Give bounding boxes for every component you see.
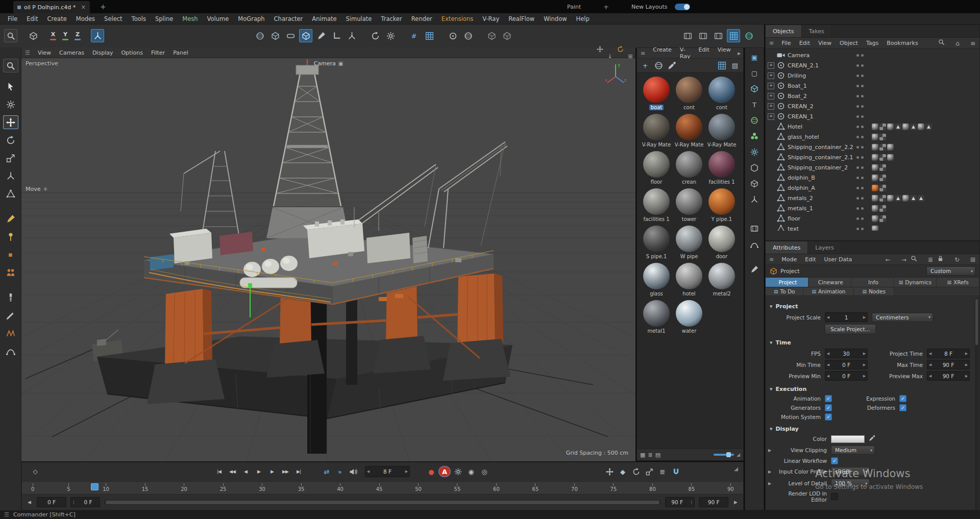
dolly-view-icon[interactable]: ↓ — [605, 46, 615, 60]
attribute-tab[interactable]: ▤ Nodes — [854, 287, 894, 295]
viewport-menu-item[interactable]: Filter — [147, 50, 169, 56]
primitive-cube-button[interactable] — [299, 29, 312, 42]
menu-item[interactable]: Tools — [127, 15, 151, 22]
object-row[interactable]: + Shipping_container_2.2 — [766, 142, 979, 152]
goto-end-button[interactable]: ▶| — [292, 466, 305, 477]
material-item[interactable]: S pipe.1 — [640, 226, 673, 259]
material-preview-sphere[interactable] — [708, 77, 735, 103]
goto-start-button[interactable]: |◀ — [213, 466, 225, 477]
record-scale-button[interactable]: ◆ — [617, 466, 629, 477]
material-item[interactable]: door — [705, 226, 738, 259]
menu-item[interactable]: Help — [572, 15, 594, 22]
visibility-dots[interactable] — [856, 75, 864, 77]
object-row[interactable]: + Boat_2 — [766, 91, 979, 101]
render-picture-viewer-button[interactable] — [268, 29, 282, 42]
object-row[interactable]: + dolphin_B — [766, 172, 979, 183]
timeline-scroll-handle[interactable] — [106, 501, 659, 504]
spline-smooth-tool[interactable] — [3, 344, 18, 358]
history-back-icon[interactable]: ← — [879, 255, 891, 263]
eyedropper-icon[interactable] — [869, 435, 875, 443]
orbit-view-icon[interactable] — [615, 46, 625, 60]
visibility-dots[interactable] — [856, 95, 864, 97]
menu-item[interactable]: Extensions — [437, 15, 478, 22]
visibility-dots[interactable] — [856, 187, 864, 189]
view-layout-3-button[interactable] — [712, 29, 725, 42]
object-row[interactable]: + CREAN_2.1 — [766, 60, 979, 70]
coordinates-button[interactable] — [345, 29, 358, 42]
time-field[interactable]: ◀8 F▶ — [927, 349, 970, 358]
material-preview-sphere[interactable] — [676, 300, 702, 327]
panel-tab[interactable]: Layers — [808, 241, 841, 254]
material-item[interactable]: floor — [640, 151, 673, 185]
keyframe-settings-button[interactable] — [452, 466, 464, 477]
material-item[interactable]: V-Ray Mate — [640, 114, 673, 147]
tag-chip[interactable] — [872, 226, 878, 231]
tag-chip[interactable] — [887, 144, 894, 151]
menu-item[interactable]: Select — [100, 15, 127, 22]
object-row[interactable]: + metals_2 — [766, 193, 979, 203]
tag-chip[interactable] — [879, 195, 886, 202]
tag-chip[interactable] — [879, 185, 886, 191]
menu-item[interactable]: Render — [407, 15, 437, 22]
make-editable-button[interactable] — [485, 29, 498, 42]
tag-chip[interactable] — [872, 123, 878, 130]
tag-chips[interactable] — [872, 195, 925, 202]
material-item[interactable]: cont — [673, 77, 705, 110]
object-menu-item[interactable]: Bookmarks — [883, 40, 922, 46]
preview-size-slider[interactable] — [714, 454, 734, 456]
tag-chip[interactable] — [872, 134, 878, 140]
expand-icon[interactable]: + — [768, 83, 774, 89]
object-row[interactable]: + Camera — [766, 50, 979, 60]
expand-icon[interactable]: + — [768, 93, 774, 100]
visibility-dots[interactable] — [856, 64, 864, 67]
viewport-menu-item[interactable]: Options — [117, 50, 146, 56]
tag-chip[interactable] — [879, 123, 886, 130]
range-end-field[interactable]: 90 F — [699, 497, 728, 507]
rotate-tool[interactable] — [3, 133, 18, 147]
display-color-swatch[interactable] — [831, 435, 865, 443]
timeline-ruler[interactable]: 051015202530354045505560657075808590 — [22, 481, 743, 495]
record-keyframe-button[interactable]: ● — [425, 466, 437, 477]
object-menu-item[interactable]: Edit — [795, 40, 814, 46]
project-scale-field[interactable]: ◀1▶ — [825, 312, 868, 322]
preview-start-field[interactable]: |0 F — [70, 497, 100, 507]
material-preview-sphere[interactable] — [643, 226, 670, 252]
search-icon[interactable] — [938, 39, 945, 47]
pan-view-icon[interactable] — [595, 46, 605, 60]
zoom-tool-button[interactable] — [4, 29, 17, 42]
new-material-button[interactable]: + — [640, 60, 650, 70]
level-of-detail-dropdown[interactable]: 100 % — [831, 479, 870, 488]
material-preview-sphere[interactable] — [708, 151, 735, 178]
material-item[interactable]: crean — [673, 151, 705, 185]
section-header[interactable]: Display — [770, 426, 979, 432]
attribute-menu-item[interactable]: User Data — [820, 256, 856, 263]
anchor-tool[interactable] — [3, 230, 18, 243]
small-icons-button[interactable]: ▦ — [640, 452, 645, 458]
refresh-icon[interactable]: ↻ — [948, 255, 960, 263]
material-item[interactable]: W pipe — [673, 226, 705, 259]
keyframe-mode-button[interactable]: ◎ — [478, 466, 491, 477]
menu-item[interactable]: File — [3, 15, 22, 22]
current-frame-field[interactable]: ◀8 F▶ — [365, 466, 410, 477]
live-selection-tool[interactable] — [3, 80, 18, 93]
tag-chips[interactable] — [872, 164, 887, 171]
render-view-button[interactable] — [253, 29, 266, 42]
time-field[interactable]: ◀90 F▶ — [927, 360, 970, 369]
material-item[interactable]: metal1 — [640, 300, 673, 334]
all-views-button[interactable] — [727, 29, 740, 42]
scale-tool[interactable] — [3, 151, 18, 165]
material-item[interactable]: glass — [640, 263, 673, 296]
play-mode-button[interactable]: » — [334, 466, 346, 477]
material-item[interactable]: tower — [673, 188, 705, 222]
spline-pen-tool[interactable] — [3, 212, 18, 226]
world-coordinates-button[interactable] — [91, 29, 104, 42]
tag-chip[interactable] — [918, 195, 924, 202]
swatch-tool[interactable]: ▪ — [3, 248, 18, 261]
camera-label[interactable]: Camera ▣ — [314, 60, 344, 67]
playhead[interactable] — [91, 483, 99, 490]
scale-project-button[interactable]: Scale Project... — [825, 324, 876, 334]
render-queue-icon[interactable] — [747, 223, 762, 235]
toggle-views-icon[interactable]: ⊞ — [625, 46, 635, 60]
play-button[interactable]: ▶ — [253, 466, 265, 477]
attribute-tab[interactable]: ▤ To Do — [766, 287, 803, 295]
